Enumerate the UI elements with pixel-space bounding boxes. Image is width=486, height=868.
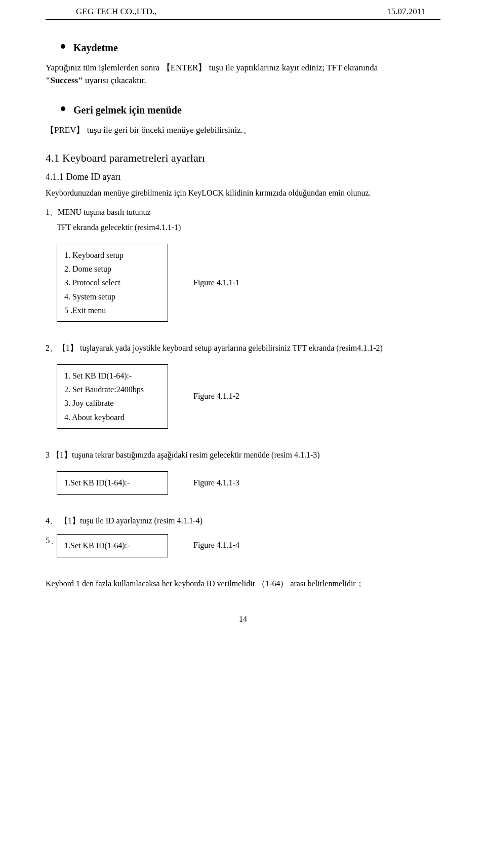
menu-item: 3. Joy calibrate bbox=[64, 396, 160, 410]
heading-4-1: 4.1 Keyboard parametreleri ayarları bbox=[46, 149, 440, 166]
menu-item: 5 .Exit menu bbox=[64, 304, 160, 317]
figure-2-row: 1. Set KB ID(1-64):- 2. Set Baudrate:240… bbox=[57, 364, 440, 429]
section-kaydetme: Kaydetme bbox=[61, 40, 440, 55]
step-2: 2、【1】 tuşlayarak yada joystikle keyboard… bbox=[46, 342, 440, 354]
geri-line1: 【PREV】 tuşu ile geri bir önceki menüye g… bbox=[46, 124, 440, 137]
menu-item: 1.Set KB ID(1-64):- bbox=[64, 477, 160, 489]
figure-label-1: Figure 4.1.1-1 bbox=[193, 277, 239, 289]
tft-box-3: 1.Set KB ID(1-64):- bbox=[57, 471, 168, 495]
header-date: 15.07.2011 bbox=[387, 5, 440, 18]
footnote: Keybord 1 den fazla kullanılacaksa her k… bbox=[46, 578, 440, 590]
page-number: 14 bbox=[46, 613, 440, 625]
text: tuşu ile geri bir önceki menüye gelebili… bbox=[87, 125, 252, 135]
figure-label-4: Figure 4.1.1-4 bbox=[193, 539, 239, 551]
menu-item: 4. About keyboard bbox=[64, 410, 160, 424]
prev-key: 【PREV】 bbox=[46, 125, 85, 135]
text: uyarısı çıkacaktır. bbox=[85, 76, 146, 85]
enter-key: 【ENTER】 bbox=[162, 63, 207, 72]
tft-box-1: 1. Keyboard setup 2. Dome setup 3. Proto… bbox=[57, 244, 168, 322]
success-label: "Success" bbox=[46, 76, 83, 85]
step-4: 4、 【1】tuşu ile ID ayarlayınız (resim 4.1… bbox=[46, 515, 440, 527]
figure-label-3: Figure 4.1.1-3 bbox=[193, 477, 239, 489]
body-4-1-1: Keybordunuzdan menüye girebilmeniz için … bbox=[46, 187, 440, 199]
tft-box-4: 1.Set KB ID(1-64):- bbox=[57, 534, 168, 557]
menu-item: 1.Set KB ID(1-64):- bbox=[64, 540, 160, 552]
figure-1-row: 1. Keyboard setup 2. Dome setup 3. Proto… bbox=[57, 244, 440, 322]
text: tuşu ile yaptıklarınız kayıt ediniz; TFT… bbox=[209, 63, 378, 72]
figure-label-2: Figure 4.1.1-2 bbox=[193, 390, 239, 402]
text: Yaptığınız tüm işlemlerden sonra bbox=[46, 63, 162, 72]
kaydetme-line1: Yaptığınız tüm işlemlerden sonra 【ENTER】… bbox=[46, 61, 440, 74]
step-1: 1、MENU tuşuna basılı tutunuz bbox=[46, 206, 440, 218]
menu-item: 1. Set KB ID(1-64):- bbox=[64, 369, 160, 383]
page-header: GEG TECH CO.,LTD., 15.07.2011 bbox=[46, 0, 440, 20]
menu-item: 2. Set Baudrate:2400bps bbox=[64, 383, 160, 396]
tft-box-2: 1. Set KB ID(1-64):- 2. Set Baudrate:240… bbox=[57, 364, 168, 429]
heading-geri: Geri gelmek için menüde bbox=[73, 102, 182, 118]
heading-kaydetme: Kaydetme bbox=[73, 40, 118, 55]
step-5-label: 5、 bbox=[46, 534, 57, 547]
menu-item: 4. System setup bbox=[64, 290, 160, 304]
figure-3-row: 1.Set KB ID(1-64):- Figure 4.1.1-3 bbox=[57, 471, 440, 495]
bullet-icon bbox=[61, 44, 65, 49]
menu-item: 2. Dome setup bbox=[64, 262, 160, 276]
menu-item: 1. Keyboard setup bbox=[64, 248, 160, 262]
kaydetme-line2: "Success" uyarısı çıkacaktır. bbox=[46, 74, 440, 87]
step-5-row: 5、 1.Set KB ID(1-64):- Figure 4.1.1-4 bbox=[46, 534, 440, 557]
step-1-sub: TFT ekranda gelecektir (resim4.1.1-1) bbox=[57, 221, 440, 234]
step-3: 3 【1】tuşuna tekrar bastığınızda aşağıdak… bbox=[46, 449, 440, 461]
menu-item: 3. Protocol select bbox=[64, 276, 160, 289]
section-geri: Geri gelmek için menüde bbox=[61, 102, 440, 118]
heading-4-1-1: 4.1.1 Dome ID ayarı bbox=[46, 170, 440, 184]
bullet-icon bbox=[61, 106, 65, 111]
company-name: GEG TECH CO.,LTD., bbox=[46, 5, 157, 18]
